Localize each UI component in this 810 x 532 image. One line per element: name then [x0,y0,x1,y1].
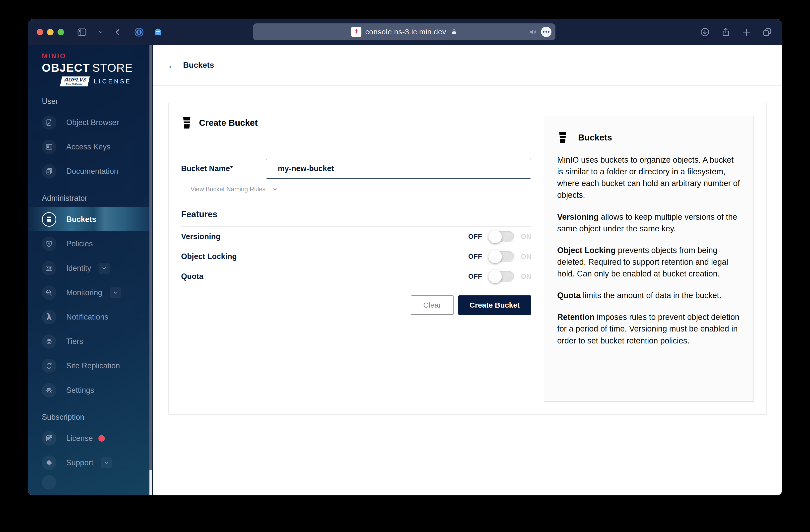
object-browser-icon [42,115,56,130]
section-heading-subscription: Subscription [42,413,135,426]
sidebar-scrollbar[interactable] [149,45,153,495]
policies-icon [42,237,56,251]
support-headset-icon [42,455,56,470]
site-replication-icon [42,359,56,373]
title-divider [181,140,531,140]
sidebar-toggle-icon[interactable] [77,27,87,37]
license-word: LICENSE [94,78,131,85]
feature-row-object-locking: Object Locking OFF ON [181,246,531,267]
close-window-button[interactable] [37,29,43,35]
sidebar-item-monitoring[interactable]: Monitoring [28,280,149,305]
onepassword-extension-icon[interactable] [134,27,144,37]
monitoring-expand-chevron-icon[interactable] [110,287,121,298]
share-icon[interactable] [721,27,731,37]
page-settings-ellipsis-icon[interactable] [541,27,551,37]
features-title: Features [181,209,531,219]
sidebar-item-settings[interactable]: Settings [28,378,149,402]
minimize-window-button[interactable] [47,29,53,35]
minio-logo: MINIO OBJECTSTORE AGPLV3 Free Software L… [28,45,149,86]
create-bucket-button[interactable]: Create Bucket [458,295,531,315]
back-button[interactable] [114,28,122,36]
sidebar-item-access-keys[interactable]: Access Keys [28,135,149,159]
identity-icon [42,261,56,275]
site-favicon-minio-icon [351,27,361,37]
product-name: OBJECTSTORE [42,61,149,75]
settings-gear-icon [42,383,56,398]
sidebar-item-policies[interactable]: Policies [28,232,149,256]
help-paragraph-object-locking: Object Locking prevents objects from bei… [557,245,741,280]
identity-expand-chevron-icon[interactable] [99,263,110,274]
zoom-window-button[interactable] [58,29,64,35]
object-locking-toggle[interactable] [489,251,514,262]
browser-toolbar: console.ns-3.ic.min.dev [28,19,782,45]
access-keys-icon [42,140,56,154]
sidebar-item-buckets[interactable]: Buckets [28,207,149,231]
buckets-icon [42,212,56,227]
tab-overview-icon[interactable] [762,27,772,37]
help-paragraph-versioning: Versioning allows to keep multiple versi… [557,211,741,235]
url-bar[interactable]: console.ns-3.ic.min.dev [253,23,555,41]
bucket-icon [181,116,193,130]
brand-name: MINIO [42,52,149,60]
license-alert-badge [98,435,105,441]
page-header: ← Buckets [153,45,782,86]
card-title: Create Bucket [199,118,258,128]
browser-window: console.ns-3.ic.min.dev [28,19,782,495]
tiers-icon [42,334,56,349]
lock-icon [451,28,457,35]
sidebar-item-partial [28,470,149,495]
create-bucket-card: Create Bucket Bucket Name* View Bucket N… [168,103,767,415]
downloads-icon[interactable] [700,27,710,37]
license-icon [42,431,56,446]
buckets-help-panel: Buckets MinIO uses buckets to organize o… [544,116,754,402]
section-heading-administrator: Administrator [42,194,135,207]
naming-rules-label: View Bucket Naming Rules [191,186,265,193]
versioning-off-label: OFF [468,233,482,241]
sidebar-item-site-replication[interactable]: Site Replication [28,354,149,378]
help-paragraph-intro: MinIO uses buckets to organize objects. … [557,154,741,201]
quota-on-label: ON [521,273,532,280]
sidebar-item-tiers[interactable]: Tiers [28,329,149,353]
support-expand-chevron-icon[interactable] [101,457,112,468]
sidebar-chevron-down-icon[interactable] [98,29,103,35]
quota-toggle[interactable] [489,271,514,282]
quota-off-label: OFF [468,273,482,280]
mute-speaker-icon[interactable] [529,28,537,36]
help-paragraph-quota: Quota limits the amount of data in the b… [557,290,741,301]
page-title[interactable]: Buckets [183,61,214,70]
clear-button[interactable]: Clear [411,295,454,315]
traffic-lights [37,29,64,35]
sidebar-item-identity[interactable]: Identity [28,256,149,280]
feature-row-quota: Quota OFF ON [181,267,531,287]
agpl-badge: AGPLV3 Free Software [60,77,90,86]
clipped-item-icon [42,475,56,490]
monitoring-icon [42,286,56,300]
naming-rules-chevron-down-icon [272,186,278,192]
section-heading-user: User [42,97,135,110]
bucket-name-label: Bucket Name* [181,164,266,173]
feature-row-versioning: Versioning OFF ON [181,227,531,246]
main-content: ← Buckets [153,45,782,495]
bucket-name-input[interactable] [266,159,531,179]
object-locking-on-label: ON [521,253,532,260]
toolbar-divider [92,27,92,37]
sidebar: MINIO OBJECTSTORE AGPLV3 Free Software L… [28,45,149,495]
url-text: console.ns-3.ic.min.dev [366,28,446,36]
ghostery-extension-icon[interactable] [153,27,163,37]
back-to-buckets-arrow-icon[interactable]: ← [167,60,177,70]
documentation-icon [42,164,56,179]
sidebar-item-object-browser[interactable]: Object Browser [28,110,149,134]
new-tab-icon[interactable] [742,27,751,37]
sidebar-item-documentation[interactable]: Documentation [28,159,149,183]
object-locking-off-label: OFF [468,253,482,260]
notifications-lambda-icon: λ [42,310,56,324]
sidebar-item-notifications[interactable]: λ Notifications [28,305,149,329]
help-bucket-icon [557,131,568,144]
naming-rules-toggle[interactable]: View Bucket Naming Rules [191,186,531,193]
help-panel-title: Buckets [578,132,612,143]
versioning-on-label: ON [521,233,532,241]
versioning-toggle[interactable] [489,231,514,242]
help-paragraph-retention: Retention imposes rules to prevent objec… [557,311,741,346]
sidebar-item-license[interactable]: License [28,426,149,450]
sidebar-scrollbar-thumb[interactable] [149,45,152,470]
